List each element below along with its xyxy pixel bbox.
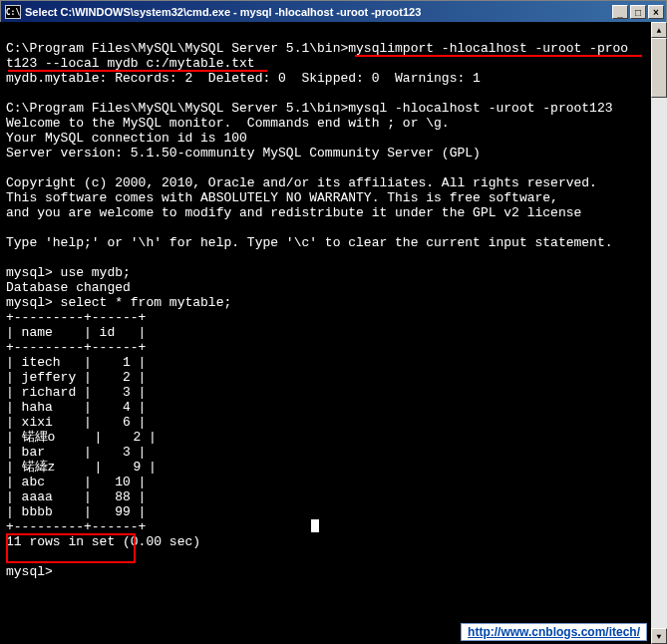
output-line: Copyright (c) 2000, 2010, Oracle and/or … <box>6 175 597 190</box>
output-line: Your MySQL connection id is 100 <box>6 131 247 146</box>
prompt[interactable]: mysql> <box>6 564 61 579</box>
highlight-underline-2 <box>8 70 267 72</box>
cursor <box>311 519 319 532</box>
minimize-button[interactable]: _ <box>612 5 628 19</box>
titlebar[interactable]: C:\ Select C:\WINDOWS\system32\cmd.exe -… <box>1 1 666 23</box>
output-line: mysql> select * from mytable; <box>6 295 231 310</box>
output-line: Server version: 5.1.50-community MySQL C… <box>6 146 481 161</box>
output-line: Welcome to the MySQL monitor. Commands e… <box>6 116 450 131</box>
output-line: t123 --local mydb c:/mytable.txt <box>6 56 255 71</box>
output-line: mysql> use mydb; <box>6 265 131 280</box>
table-border: +---------+------+ <box>6 519 146 534</box>
highlight-box <box>6 533 136 563</box>
scroll-thumb[interactable] <box>651 38 667 98</box>
output-line: C:\Program Files\MySQL\MySQL Server 5.1\… <box>6 41 628 56</box>
output-line: C:\Program Files\MySQL\MySQL Server 5.1\… <box>6 101 613 116</box>
window-buttons: _ □ × <box>612 5 664 19</box>
output-line: and you are welcome to modify and redist… <box>6 205 581 220</box>
output-line: Database changed <box>6 280 131 295</box>
output-line: Type 'help;' or '\h' for help. Type '\c'… <box>6 235 613 250</box>
close-button[interactable]: × <box>648 5 664 19</box>
scroll-down-button[interactable]: ▼ <box>651 628 667 644</box>
output-line: This software comes with ABSOLUTELY NO W… <box>6 190 558 205</box>
cmd-icon: C:\ <box>5 5 21 19</box>
highlight-underline-1 <box>355 55 642 57</box>
table-rows: | itech | 1 | | jeffery | 2 | | richard … <box>6 355 157 519</box>
scrollbar[interactable]: ▲ ▼ <box>651 22 667 644</box>
table-border: +---------+------+ <box>6 340 146 355</box>
table-border: +---------+------+ <box>6 310 146 325</box>
scroll-track[interactable] <box>651 38 667 628</box>
scroll-up-button[interactable]: ▲ <box>651 22 667 38</box>
window-title: Select C:\WINDOWS\system32\cmd.exe - mys… <box>25 6 612 18</box>
table-header: | name | id | <box>6 325 146 340</box>
watermark-link[interactable]: http://www.cnblogs.com/itech/ <box>461 623 647 641</box>
output-line: mydb.mytable: Records: 2 Deleted: 0 Skip… <box>6 71 481 86</box>
maximize-button[interactable]: □ <box>630 5 646 19</box>
